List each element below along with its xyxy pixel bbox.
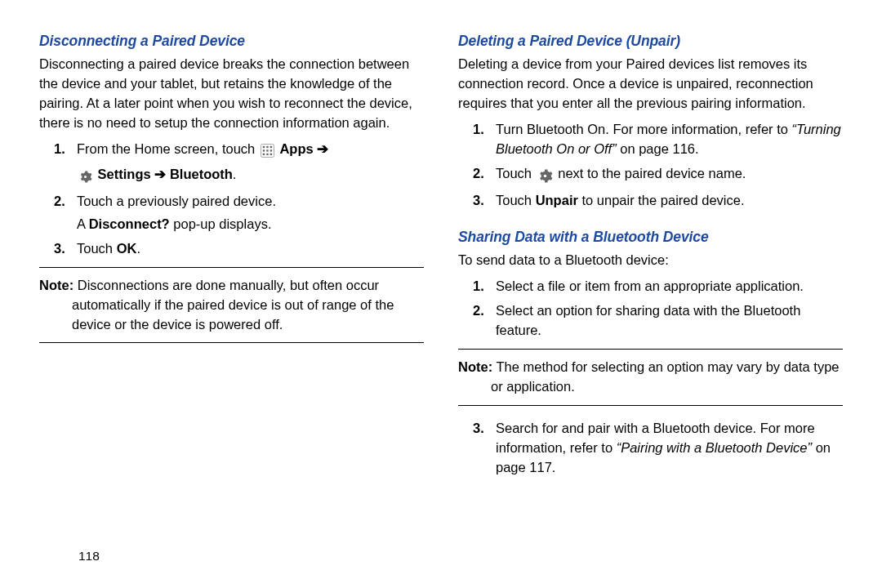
step-number: 2. (54, 192, 65, 212)
del-step-1: 1. Turn Bluetooth On. For more informati… (496, 120, 843, 159)
share-step-2: 2. Select an option for sharing data wit… (496, 301, 843, 341)
right-column: Deleting a Paired Device (Unpair) Deleti… (458, 31, 843, 484)
step-2-text: Touch a previously paired device. (77, 194, 276, 208)
intro-deleting: Deleting a device from your Paired devic… (458, 55, 843, 114)
del-step-3: 3. Touch Unpair to unpair the paired dev… (496, 191, 843, 211)
heading-deleting: Deleting a Paired Device (Unpair) (458, 31, 843, 51)
del-step-2: 2. Touch next to the paired device name. (496, 164, 843, 186)
dot: . (233, 167, 237, 181)
step-3: 3. Touch OK. (77, 239, 424, 259)
del3-a: Touch (496, 193, 536, 207)
steps-sharing-b: 3. Search for and pair with a Bluetooth … (458, 419, 843, 478)
step-2b-a: A (77, 216, 89, 231)
step-number: 1. (473, 120, 484, 140)
apps-grid-icon (261, 142, 274, 162)
step-number: 2. (473, 301, 484, 321)
step-1-text-a: From the Home screen, touch (77, 141, 255, 156)
apps-label: Apps (279, 141, 313, 156)
two-column-layout: Disconnecting a Paired Device Disconnect… (39, 31, 843, 484)
share-step-1: 1. Select a file or item from an appropr… (496, 277, 843, 296)
ref-pairing: “Pairing with a Bluetooth Device” (617, 440, 812, 455)
del3-b: to unpair the paired device. (578, 193, 745, 207)
ref-page116: on page 116. (620, 141, 698, 156)
step-3-dot: . (136, 241, 140, 256)
left-column: Disconnecting a Paired Device Disconnect… (39, 31, 424, 484)
unpair-label: Unpair (536, 193, 578, 207)
del2-b: next to the paired device name. (558, 166, 746, 180)
step-number: 3. (473, 419, 484, 439)
arrow-icon: ➔ (154, 167, 170, 181)
page-number: 118 (78, 547, 100, 565)
note-body: Disconnections are done manually, but of… (72, 278, 394, 332)
steps-sharing-a: 1. Select a file or item from an appropr… (458, 277, 843, 341)
intro-sharing: To send data to a Bluetooth device: (458, 251, 843, 270)
step-number: 1. (54, 140, 65, 159)
note-lead: Note: (458, 359, 492, 374)
steps-deleting: 1. Turn Bluetooth On. For more informati… (458, 120, 843, 211)
step-number: 1. (473, 277, 484, 296)
step-number: 3. (54, 239, 65, 259)
share-step-3: 3. Search for and pair with a Bluetooth … (496, 419, 843, 478)
note-disconnecting: Note: Disconnections are done manually, … (39, 267, 424, 344)
note-body: The method for selecting an option may v… (491, 359, 840, 394)
step-3-a: Touch (77, 241, 117, 256)
steps-disconnecting: 1. From the Home screen, touch Apps ➔ Se… (39, 140, 424, 259)
note-lead: Note: (39, 278, 74, 292)
bluetooth-label: Bluetooth (170, 167, 233, 181)
step-2b-c: pop-up displays. (170, 216, 272, 231)
disconnect-popup-label: Disconnect? (89, 216, 170, 231)
step-2: 2. Touch a previously paired device. A D… (77, 192, 424, 234)
share1-text: Select a file or item from an appropriat… (496, 278, 804, 293)
step-number: 3. (473, 191, 484, 211)
del1-text: Turn Bluetooth On. For more information,… (496, 122, 788, 136)
settings-gear-icon (78, 167, 92, 187)
ok-label: OK (117, 241, 137, 256)
step-number: 2. (473, 164, 484, 184)
note-sharing: Note: The method for selecting an option… (458, 349, 843, 406)
settings-label: Settings (98, 167, 151, 181)
step-1: 1. From the Home screen, touch Apps ➔ Se… (77, 140, 424, 187)
gear-icon (537, 167, 553, 186)
heading-disconnecting: Disconnecting a Paired Device (39, 31, 424, 51)
heading-sharing: Sharing Data with a Bluetooth Device (458, 227, 843, 247)
arrow-icon: ➔ (317, 141, 328, 156)
share2-text: Select an option for sharing data with t… (496, 303, 800, 337)
del2-a: Touch (496, 166, 532, 180)
intro-disconnecting: Disconnecting a paired device breaks the… (39, 55, 424, 133)
